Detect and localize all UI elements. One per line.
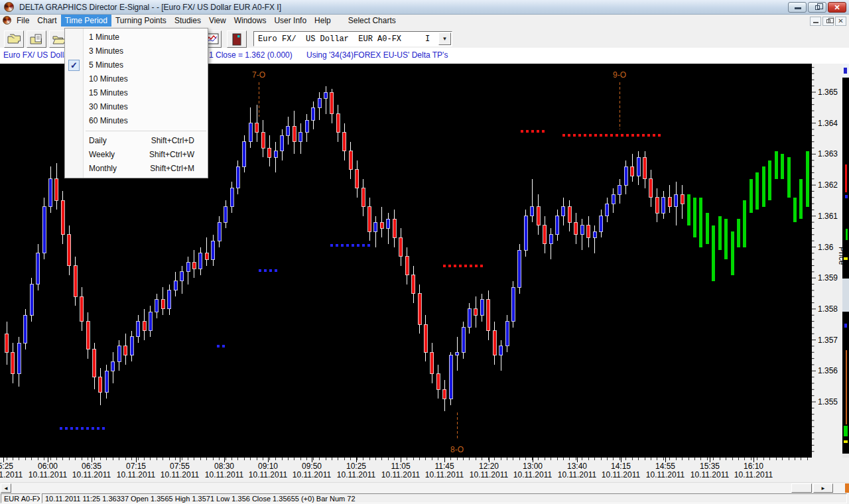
restore-button[interactable] <box>808 2 826 13</box>
status-bar-details: 10.11.2011 11:25 1.36337 Open 1.3565 Hig… <box>42 493 847 503</box>
background-window-fragment <box>844 324 847 328</box>
checkmark-icon: ✓ <box>68 60 80 71</box>
menu-item-windows[interactable]: Windows <box>230 15 271 27</box>
arrow-right-icon: ► <box>820 485 826 491</box>
price-tick-label: 1.361 <box>818 212 838 221</box>
symbol-combobox[interactable]: Euro FX/ US Dollar EUR A0-FX I ▼ <box>253 31 452 46</box>
time-tick-label: 13:0010.11.2011 <box>513 462 552 479</box>
background-window-fragment <box>845 483 849 493</box>
background-window-fragment <box>842 279 849 312</box>
time-tick-label: 09:5010.11.2011 <box>293 462 331 479</box>
price-axis-title: Price <box>837 247 842 265</box>
time-axis: 05:2510.11.201106:0010.11.201106:3510.11… <box>0 458 849 482</box>
menu-item-label: 1 Minute <box>89 32 119 42</box>
time-period-menu: 1 Minute3 Minutes✓5 Minutes10 Minutes15 … <box>64 28 208 178</box>
menu-item-studies[interactable]: Studies <box>170 15 205 27</box>
background-window-fragment <box>844 68 847 74</box>
menu-item-1-minute[interactable]: 1 Minute <box>65 31 208 44</box>
time-tick-label: 12:2010.11.2011 <box>470 462 508 479</box>
menu-item-label: 5 Minutes <box>89 60 123 70</box>
time-tick-label: 15:3510.11.2011 <box>690 462 729 479</box>
title-bar: DELTA GRAPHICS Director E-Signal - - [Eu… <box>0 0 849 15</box>
scrollbar-thumb[interactable] <box>791 483 812 493</box>
folder-page-button[interactable] <box>27 31 46 48</box>
scroll-left-button[interactable]: ◄ <box>1 483 11 493</box>
menu-item-30-minutes[interactable]: 30 Minutes <box>65 100 208 114</box>
time-tick-label: 05:2510.11.2011 <box>0 462 23 479</box>
time-tick-label: 08:3010.11.2011 <box>205 462 243 479</box>
background-window-fragment <box>844 440 848 443</box>
turning-point-label-9-o: 9-O <box>613 70 626 80</box>
restore-icon <box>815 5 820 10</box>
menu-item-15-minutes[interactable]: 15 Minutes <box>65 86 208 100</box>
menu-item-select-charts[interactable]: Select Charts <box>344 15 400 27</box>
time-tick-label: 13:4010.11.2011 <box>558 462 596 479</box>
app-logo-icon-small <box>3 16 11 25</box>
time-tick-label: 14:1510.11.2011 <box>602 462 640 479</box>
horizontal-scrollbar: ◄ ► <box>0 482 849 493</box>
menu-item-help[interactable]: Help <box>310 15 335 27</box>
price-axis: 1.3651.3641.3631.3621.3611.361.3591.3581… <box>812 64 842 458</box>
menu-item-monthly[interactable]: MonthlyShift+Ctrl+M <box>65 162 208 176</box>
price-tick-label: 1.36 <box>818 243 834 252</box>
symbol-description: Euro FX/ US Dollar <box>3 50 71 60</box>
menu-item-5-minutes[interactable]: ✓5 Minutes <box>65 58 208 72</box>
time-tick-label: 14:5510.11.2011 <box>646 462 685 479</box>
menu-item-label: 30 Minutes <box>89 102 128 111</box>
menu-item-turning-points[interactable]: Turning Points <box>111 15 170 27</box>
time-tick-label: 06:0010.11.2011 <box>29 462 67 479</box>
menu-items: FileChartTime PeriodTurning PointsStudie… <box>13 15 400 27</box>
background-window-fragment <box>846 350 847 424</box>
mdi-restore-button[interactable] <box>822 17 834 26</box>
scroll-right-button[interactable]: ► <box>813 483 833 493</box>
mdi-minimize-icon <box>813 22 818 23</box>
background-window-sliver <box>842 64 849 458</box>
background-window-fragment <box>846 229 848 240</box>
copy-folders-button[interactable] <box>4 31 24 48</box>
minimize-icon <box>795 7 801 9</box>
close-quote: 1 Close = 1.362 (0.000) <box>209 50 293 60</box>
mdi-close-button[interactable]: ✕ <box>835 17 846 26</box>
close-button[interactable]: ✕ <box>828 2 846 13</box>
close-icon: ✕ <box>828 3 846 13</box>
minimize-button[interactable] <box>788 2 807 13</box>
background-window-fragment <box>845 164 847 192</box>
status-bar: EUR A0-FX 10.11.2011 11:25 1.36337 Open … <box>0 493 849 504</box>
window-title: DELTA GRAPHICS Director E-Signal - - [Eu… <box>19 3 281 12</box>
time-tick-label: 07:1510.11.2011 <box>117 462 155 479</box>
menu-separator <box>65 128 208 134</box>
menu-item-shortcut: Shift+Ctrl+D <box>151 134 194 148</box>
menu-item-chart[interactable]: Chart <box>33 15 60 27</box>
menu-item-shortcut: Shift+Ctrl+M <box>150 162 194 176</box>
menu-item-10-minutes[interactable]: 10 Minutes <box>65 72 208 86</box>
background-window-fragment <box>845 195 848 198</box>
time-tick-label: 06:3510.11.2011 <box>72 462 111 479</box>
price-tick-label: 1.356 <box>818 366 838 375</box>
price-tick-label: 1.364 <box>818 119 838 128</box>
menu-item-user-info[interactable]: User Info <box>270 15 310 27</box>
background-window-fragment <box>844 426 848 436</box>
menu-item-weekly[interactable]: WeeklyShift+Ctrl+W <box>65 148 208 162</box>
time-tick-label: 16:1010.11.2011 <box>734 462 773 479</box>
folder-page-icon <box>29 34 44 45</box>
price-tick-label: 1.359 <box>818 273 838 283</box>
symbol-combobox-value: Euro FX/ US Dollar EUR A0-FX I <box>258 34 430 44</box>
menu-item-daily[interactable]: DailyShift+Ctrl+D <box>65 134 208 148</box>
menu-item-label: Weekly <box>89 150 115 159</box>
combobox-dropdown-button[interactable]: ▼ <box>438 32 451 45</box>
menu-item-file[interactable]: File <box>13 15 33 27</box>
background-window-fragment <box>844 257 848 260</box>
exit-door-button[interactable] <box>227 31 247 48</box>
menu-item-3-minutes[interactable]: 3 Minutes <box>65 44 208 58</box>
chevron-down-icon: ▼ <box>442 36 448 42</box>
menu-item-60-minutes[interactable]: 60 Minutes <box>65 114 208 128</box>
price-tick-label: 1.357 <box>818 336 838 345</box>
menu-item-label: 60 Minutes <box>89 116 128 125</box>
menu-item-time-period[interactable]: Time Period <box>61 15 111 27</box>
mdi-minimize-button[interactable] <box>810 17 821 26</box>
delta-tp-info: Using '34(34)FOREX EU-US' Delta TP's <box>306 50 448 60</box>
price-tick-label: 1.365 <box>818 88 838 97</box>
menu-item-label: Daily <box>89 136 107 145</box>
menu-bar: FileChartTime PeriodTurning PointsStudie… <box>0 15 849 27</box>
menu-item-view[interactable]: View <box>205 15 230 27</box>
